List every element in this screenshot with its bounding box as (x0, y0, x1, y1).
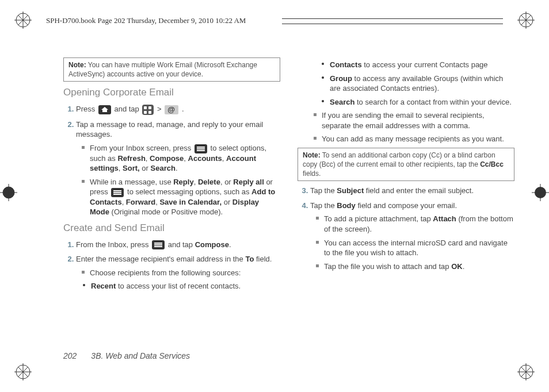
substep: You can add as many message recipients a… (316, 134, 514, 144)
note-box: Note: To send an additional carbon copy … (298, 148, 514, 182)
substep: Choose recipients from the following sou… (84, 268, 280, 278)
home-icon (98, 105, 111, 114)
option: Group to access any available Groups (wi… (325, 74, 514, 94)
menu-icon (195, 144, 207, 153)
substep: To add a picture attachment, tap Attach … (318, 214, 514, 234)
substep: If you are sending the email to several … (316, 110, 514, 130)
option: Contacts to access your current Contacts… (325, 60, 514, 70)
menu-icon (111, 188, 124, 197)
crop-mark-br (517, 363, 535, 381)
apps-icon (142, 105, 154, 115)
step: Tap a message to read, manage, and reply… (76, 120, 280, 217)
left-column: Note: You can have multiple Work Email (… (63, 57, 280, 340)
substep: From your Inbox screen, press to select … (84, 143, 280, 174)
step: From the Inbox, press and tap Compose. (76, 240, 280, 250)
heading-opening: Opening Corporate Email (63, 86, 280, 99)
option: Recent to access your list of recent con… (86, 281, 280, 291)
email-icon (165, 105, 178, 114)
note-box: Note: You can have multiple Work Email (… (63, 57, 280, 82)
step: Press and tap > . (76, 104, 280, 115)
registration-mark-right (532, 184, 549, 201)
heading-create: Create and Send Email (63, 222, 280, 235)
crop-mark-tr (517, 11, 535, 29)
page-number: 202 (63, 351, 77, 360)
right-column: Contacts to access your current Contacts… (298, 57, 514, 340)
substep: You can access the internal microSD card… (318, 238, 514, 258)
crop-mark-tl (14, 11, 32, 29)
substep: Tap the file you wish to attach and tap … (318, 262, 514, 272)
page-header: SPH-D700.book Page 202 Thursday, Decembe… (46, 16, 503, 25)
option: Search to search for a contact from with… (325, 97, 514, 107)
step: Tap the Subject field and enter the emai… (310, 186, 514, 196)
registration-mark-left (0, 184, 17, 201)
substep: While in a message, use Reply, Delete, o… (84, 177, 280, 217)
page-content: Note: You can have multiple Work Email (… (63, 57, 514, 340)
step: Tap the Body field and compose your emai… (310, 201, 514, 271)
page-footer: 2023B. Web and Data Services (63, 351, 190, 360)
step: Enter the message recipient's email addr… (76, 254, 280, 291)
crop-mark-bl (14, 363, 32, 381)
menu-icon (152, 240, 165, 249)
section-title: 3B. Web and Data Services (91, 351, 190, 360)
